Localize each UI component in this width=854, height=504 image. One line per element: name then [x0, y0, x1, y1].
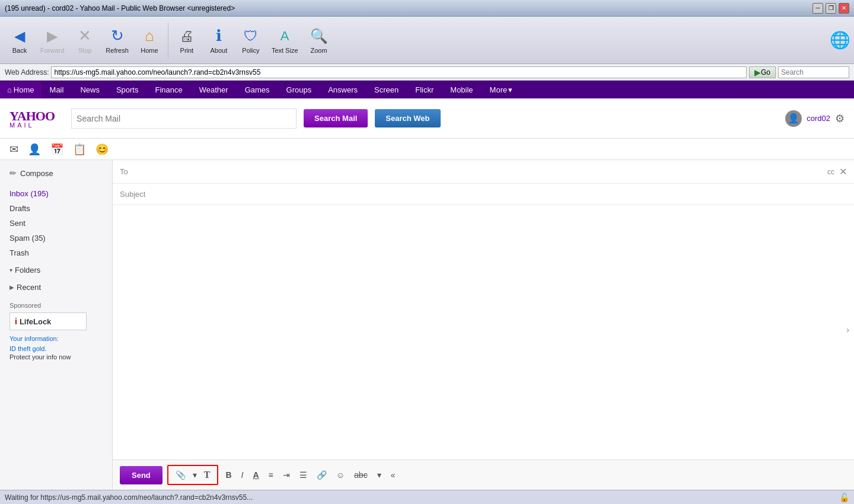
forward-button[interactable]: ▶ Forward — [37, 20, 68, 60]
lifelock-brand: LifeLock — [20, 317, 51, 326]
messenger-icon[interactable]: 😊 — [93, 142, 111, 157]
nav-item-answers[interactable]: Answers — [320, 82, 366, 98]
nav-groups-label: Groups — [286, 85, 312, 94]
strikethrough-icon: abc — [354, 470, 368, 480]
search-web-button[interactable]: Search Web — [375, 109, 440, 127]
indent-button[interactable]: ⇥ — [281, 469, 292, 481]
font-icon: T — [204, 470, 211, 480]
search-mail-button[interactable]: Search Mail — [304, 109, 368, 127]
sidebar-item-drafts[interactable]: Drafts — [0, 201, 112, 216]
underline-icon: A — [253, 470, 259, 480]
sidebar-item-sent[interactable]: Sent — [0, 216, 112, 231]
zoom-button[interactable]: 🔍 Zoom — [304, 20, 334, 60]
outdent-button[interactable]: « — [388, 469, 398, 481]
link-button[interactable]: 🔗 — [314, 469, 329, 481]
drafts-label: Drafts — [9, 204, 30, 213]
stop-icon: ✕ — [75, 27, 94, 46]
main-area: ✏ Compose Inbox (195) Drafts Sent Spam (… — [0, 160, 854, 490]
nav-item-mail[interactable]: Mail — [42, 82, 72, 98]
nav-news-label: News — [80, 85, 100, 94]
nav-item-more[interactable]: More ▾ — [482, 82, 521, 98]
strikethrough-button[interactable]: abc — [352, 469, 370, 481]
sidebar-item-trash[interactable]: Trash — [0, 245, 112, 260]
attach-dropdown-button[interactable]: ▾ — [190, 469, 199, 481]
globe-icon: 🌐 — [830, 31, 849, 50]
emoji-button[interactable]: ☺ — [334, 469, 347, 481]
expand-icon[interactable]: › — [846, 325, 849, 334]
about-button[interactable]: ℹ About — [204, 20, 234, 60]
compose-body[interactable] — [113, 205, 854, 460]
compose-close-button[interactable]: ✕ — [839, 166, 847, 177]
nav-item-games[interactable]: Games — [237, 82, 278, 98]
cc-button[interactable]: cc — [827, 168, 834, 176]
nav-weather-label: Weather — [199, 85, 228, 94]
italic-button[interactable]: I — [239, 469, 246, 481]
strikethrough-dropdown[interactable]: ▾ — [375, 469, 384, 481]
font-button[interactable]: T — [202, 468, 213, 481]
sidebar-section-recent[interactable]: ▶ Recent — [0, 280, 112, 295]
nav-item-finance[interactable]: Finance — [146, 82, 190, 98]
align-button[interactable]: ☰ — [297, 469, 310, 481]
nav-answers-label: Answers — [328, 85, 358, 94]
nav-mobile-label: Mobile — [450, 85, 473, 94]
bold-button[interactable]: B — [223, 469, 234, 481]
browser-toolbar: ◀ Back ▶ Forward ✕ Stop ↻ Refresh ⌂ Home… — [0, 17, 854, 64]
outdent-icon: « — [391, 470, 396, 480]
to-input[interactable] — [154, 167, 823, 176]
attach-button[interactable]: 📎 — [173, 469, 188, 481]
print-label: Print — [180, 47, 194, 54]
subject-input[interactable] — [154, 190, 847, 199]
title-bar: (195 unread) - cord02 - Yahoo Mail - Pub… — [0, 0, 854, 17]
nav-item-weather[interactable]: Weather — [191, 82, 237, 98]
minimize-button[interactable]: ─ — [812, 3, 823, 14]
send-button[interactable]: Send — [120, 466, 162, 484]
spam-label: Spam (35) — [9, 234, 46, 243]
refresh-button[interactable]: ↻ Refresh — [102, 20, 132, 60]
notes-icon[interactable]: 📋 — [71, 142, 88, 157]
browser-search-input[interactable] — [778, 66, 849, 78]
home-button[interactable]: ⌂ Home — [135, 20, 164, 60]
contact-icon[interactable]: 👤 — [26, 142, 43, 157]
sidebar-section-folders[interactable]: ▾ Folders — [0, 263, 112, 277]
forward-icon: ▶ — [43, 27, 62, 46]
calendar-icon[interactable]: 📅 — [48, 142, 66, 157]
address-input[interactable] — [51, 66, 747, 78]
go-button[interactable]: ▶ Go — [749, 66, 776, 78]
nav-item-sports[interactable]: Sports — [108, 82, 147, 98]
nav-games-label: Games — [245, 85, 270, 94]
nav-item-groups[interactable]: Groups — [278, 82, 320, 98]
compose-button[interactable]: ✏ Compose — [0, 165, 112, 181]
window-controls: ─ ❐ ✕ — [812, 3, 849, 14]
subject-label: Subject — [120, 190, 149, 199]
stop-button[interactable]: ✕ Stop — [70, 20, 100, 60]
nav-finance-label: Finance — [155, 85, 182, 94]
settings-icon[interactable]: ⚙ — [835, 112, 845, 125]
align-icon: ☰ — [299, 470, 307, 480]
restore-button[interactable]: ❐ — [826, 3, 836, 14]
mail-icon[interactable]: ✉ — [7, 142, 21, 157]
nav-item-flickr[interactable]: Flickr — [407, 82, 442, 98]
compose-pencil-icon: ✏ — [9, 168, 17, 178]
close-button[interactable]: ✕ — [839, 3, 849, 14]
nav-item-screen[interactable]: Screen — [366, 82, 407, 98]
search-mail-input[interactable] — [71, 109, 297, 129]
to-field-row: To cc ✕ — [113, 160, 854, 184]
user-area: 👤 cord02 ⚙ — [785, 110, 845, 127]
lifelock-ad[interactable]: i LifeLock — [9, 312, 87, 330]
sidebar: ✏ Compose Inbox (195) Drafts Sent Spam (… — [0, 160, 113, 490]
sponsored-area: Sponsored i LifeLock Your information: I… — [0, 295, 112, 368]
policy-button[interactable]: 🛡 Policy — [236, 20, 266, 60]
print-icon: 🖨 — [177, 27, 196, 46]
back-button[interactable]: ◀ Back — [5, 20, 34, 60]
sidebar-item-inbox[interactable]: Inbox (195) — [0, 186, 112, 201]
sidebar-item-spam[interactable]: Spam (35) — [0, 231, 112, 245]
text-size-button[interactable]: A Text Size — [268, 20, 302, 60]
nav-item-home[interactable]: ⌂ Home — [0, 82, 42, 98]
icon-toolbar: ✉ 👤 📅 📋 😊 — [0, 139, 854, 160]
compose-toolbar: Send 📎 ▾ T B I — [113, 460, 854, 490]
nav-item-news[interactable]: News — [72, 82, 108, 98]
underline-button[interactable]: A — [250, 469, 261, 481]
print-button[interactable]: 🖨 Print — [172, 20, 202, 60]
nav-item-mobile[interactable]: Mobile — [442, 82, 481, 98]
list-button[interactable]: ≡ — [266, 469, 276, 481]
